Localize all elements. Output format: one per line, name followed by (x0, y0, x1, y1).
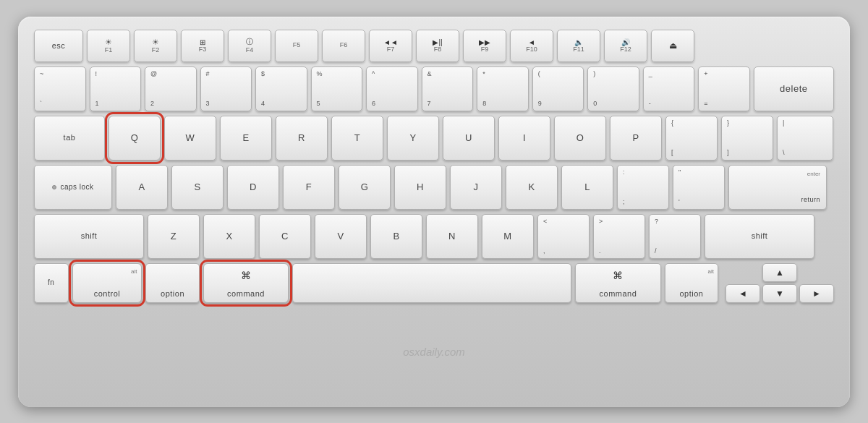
key-fn[interactable]: fn (34, 263, 69, 303)
key-j[interactable]: J (450, 165, 502, 210)
key-f6[interactable]: F6 (322, 30, 365, 62)
key-i[interactable]: I (498, 116, 550, 161)
key-9[interactable]: ( 9 (532, 67, 584, 111)
key-comma[interactable]: < , (537, 214, 590, 259)
key-d[interactable]: D (227, 165, 279, 210)
key-6[interactable]: ^ 6 (366, 67, 418, 111)
arrow-cluster: ▲ ◄ ▼ ► (726, 263, 834, 303)
keyboard: esc ☀ F1 ☀ F2 ⊞ F3 ⓘ F4 F5 F6 (18, 17, 850, 407)
key-0[interactable]: ) 0 (587, 67, 639, 111)
key-c[interactable]: C (259, 214, 311, 259)
key-semicolon[interactable]: : ; (617, 165, 669, 210)
key-lbracket[interactable]: { [ (665, 116, 718, 161)
key-backtick[interactable]: ~ ` (34, 67, 86, 111)
key-n[interactable]: N (426, 214, 478, 259)
key-f4[interactable]: ⓘ F4 (228, 30, 271, 62)
key-shift-right[interactable]: shift (705, 214, 814, 259)
key-v[interactable]: V (315, 214, 367, 259)
key-f9[interactable]: ▶▶ F9 (463, 30, 506, 62)
key-delete[interactable]: delete (754, 67, 834, 111)
key-1[interactable]: ! 1 (90, 67, 142, 111)
key-8[interactable]: * 8 (477, 67, 529, 111)
key-equals[interactable]: + = (698, 67, 750, 111)
key-arrow-right[interactable]: ► (799, 284, 834, 303)
key-q[interactable]: Q (109, 116, 161, 161)
key-space[interactable] (292, 263, 571, 303)
key-l[interactable]: L (561, 165, 613, 210)
key-2[interactable]: @ 2 (145, 67, 197, 111)
key-period[interactable]: > . (593, 214, 645, 259)
key-f11[interactable]: 🔈 F11 (557, 30, 600, 62)
key-u[interactable]: U (443, 116, 495, 161)
key-f8[interactable]: ▶|| F8 (416, 30, 459, 62)
key-f[interactable]: F (283, 165, 335, 210)
key-r[interactable]: R (276, 116, 328, 161)
key-f5[interactable]: F5 (275, 30, 318, 62)
key-f12[interactable]: 🔊 F12 (604, 30, 647, 62)
home-row: caps lock A S D F G H J K L : (34, 165, 834, 210)
key-t[interactable]: T (331, 116, 383, 161)
key-z[interactable]: Z (148, 214, 200, 259)
key-3[interactable]: # 3 (200, 67, 252, 111)
key-command-right[interactable]: ⌘ command (575, 263, 661, 303)
key-command-left[interactable]: ⌘ command (203, 263, 289, 303)
key-s[interactable]: S (171, 165, 224, 210)
key-slash[interactable]: ? / (649, 214, 701, 259)
qwerty-row: tab Q W E R T Y U I O P (34, 116, 834, 161)
key-f3[interactable]: ⊞ F3 (181, 30, 224, 62)
key-k[interactable]: K (506, 165, 558, 210)
key-shift-left[interactable]: shift (34, 214, 144, 259)
key-w[interactable]: W (164, 116, 216, 161)
key-control[interactable]: alt control (72, 263, 142, 303)
key-4[interactable]: $ 4 (255, 67, 307, 111)
key-x[interactable]: X (203, 214, 255, 259)
key-h[interactable]: H (394, 165, 446, 210)
key-f1[interactable]: ☀ F1 (87, 30, 130, 62)
number-row: ~ ` ! 1 @ 2 # 3 $ 4 % 5 ^ 6 & 7 (34, 67, 834, 111)
bottom-row: fn alt control option ⌘ command ⌘ comman… (34, 263, 834, 303)
key-e[interactable]: E (220, 116, 272, 161)
key-minus[interactable]: _ - (643, 67, 695, 111)
capslock-indicator (52, 185, 56, 189)
key-capslock[interactable]: caps lock (34, 165, 112, 210)
key-g[interactable]: G (339, 165, 391, 210)
key-arrow-up[interactable]: ▲ (762, 263, 797, 282)
key-m[interactable]: M (482, 214, 534, 259)
key-5[interactable]: % 5 (311, 67, 363, 111)
key-option-right[interactable]: alt option (665, 263, 718, 303)
key-backslash[interactable]: | \ (777, 116, 833, 161)
key-tab[interactable]: tab (34, 116, 105, 161)
key-f7[interactable]: ◄◄ F7 (369, 30, 412, 62)
key-rbracket[interactable]: } ] (721, 116, 773, 161)
key-p[interactable]: P (610, 116, 662, 161)
key-enter[interactable]: enter return (728, 165, 827, 210)
key-option-left[interactable]: option (145, 263, 199, 303)
key-f10[interactable]: ◄ F10 (510, 30, 553, 62)
key-o[interactable]: O (554, 116, 606, 161)
key-y[interactable]: Y (387, 116, 439, 161)
fn-row: esc ☀ F1 ☀ F2 ⊞ F3 ⓘ F4 F5 F6 (34, 30, 834, 62)
shift-row: shift Z X C V B N M < , > . (34, 214, 834, 259)
key-a[interactable]: A (116, 165, 168, 210)
key-esc[interactable]: esc (34, 30, 83, 62)
key-arrow-left[interactable]: ◄ (726, 284, 760, 303)
watermark: osxdaily.com (403, 346, 465, 358)
key-eject[interactable]: ⏏ (651, 30, 694, 62)
key-b[interactable]: B (370, 214, 422, 259)
key-f2[interactable]: ☀ F2 (134, 30, 177, 62)
key-arrow-down[interactable]: ▼ (762, 284, 797, 303)
key-7[interactable]: & 7 (422, 67, 474, 111)
key-quote[interactable]: " ' (673, 165, 725, 210)
